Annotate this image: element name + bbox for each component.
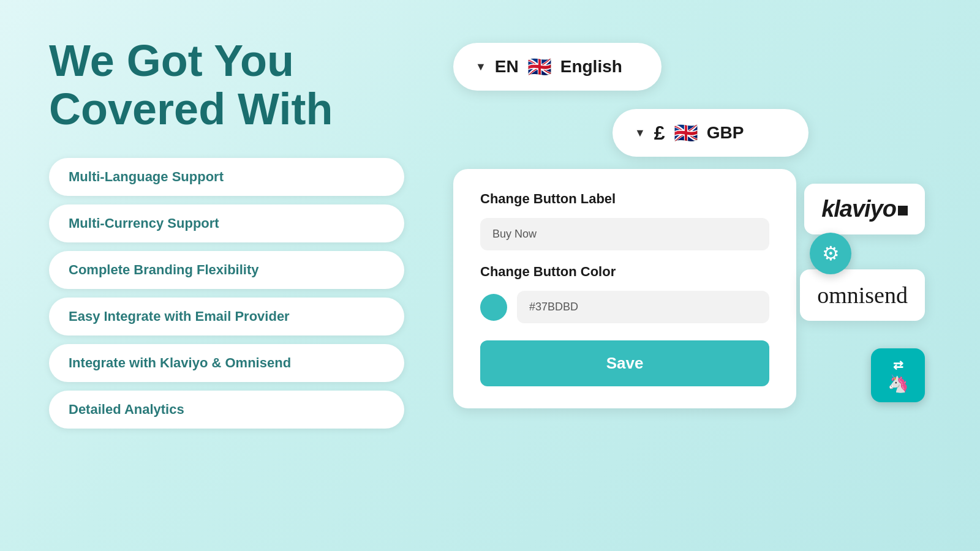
gear-badge: ⚙ xyxy=(810,233,851,274)
badge-unicorn-icon: 🦄 xyxy=(888,373,909,394)
left-panel: We Got You Covered With Multi-Language S… xyxy=(49,37,404,429)
badge-arrow-icon: ⇄ xyxy=(893,358,903,372)
currency-symbol: £ xyxy=(654,122,665,144)
omnisend-badge: omnisend xyxy=(800,269,925,321)
button-color-heading: Change Button Color xyxy=(480,264,769,280)
feature-list: Multi-Language Support Multi-Currency Su… xyxy=(49,158,404,429)
currency-flag-icon: 🇬🇧 xyxy=(674,121,698,144)
color-swatch[interactable] xyxy=(480,294,507,321)
feature-klaviyo-omnisend: Integrate with Klaviyo & Omnisend xyxy=(49,344,404,382)
feature-multi-language: Multi-Language Support xyxy=(49,158,404,196)
right-panel: ▼ EN 🇬🇧 English ▼ £ 🇬🇧 GBP Change Button… xyxy=(453,37,931,408)
feature-multi-currency: Multi-Currency Support xyxy=(49,204,404,242)
chevron-down-icon: ▼ xyxy=(475,61,486,73)
gear-icon: ⚙ xyxy=(822,242,840,265)
klaviyo-square-icon xyxy=(898,206,908,216)
currency-dropdown[interactable]: ▼ £ 🇬🇧 GBP xyxy=(612,109,809,157)
main-heading: We Got You Covered With xyxy=(49,37,404,133)
omnisend-text: omnisend xyxy=(817,282,908,309)
language-dropdown[interactable]: ▼ EN 🇬🇧 English xyxy=(453,43,662,91)
app-logo-badge: ⇄ 🦄 xyxy=(871,348,925,402)
chevron-down-icon: ▼ xyxy=(635,127,646,140)
klaviyo-text: klaviyo xyxy=(821,196,908,222)
feature-analytics: Detailed Analytics xyxy=(49,391,404,429)
feature-branding: Complete Branding Flexibility xyxy=(49,251,404,289)
currency-code: GBP xyxy=(707,123,744,143)
color-hex-input[interactable] xyxy=(517,291,769,323)
language-flag-icon: 🇬🇧 xyxy=(527,55,552,78)
branding-card: Change Button Label Change Button Color … xyxy=(453,169,796,408)
klaviyo-badge: klaviyo xyxy=(804,184,925,234)
language-label: English xyxy=(560,57,622,77)
save-button[interactable]: Save xyxy=(480,340,769,386)
language-code: EN xyxy=(495,57,519,77)
feature-email-provider: Easy Integrate with Email Provider xyxy=(49,298,404,335)
button-label-input[interactable] xyxy=(480,218,769,250)
button-label-heading: Change Button Label xyxy=(480,191,769,207)
